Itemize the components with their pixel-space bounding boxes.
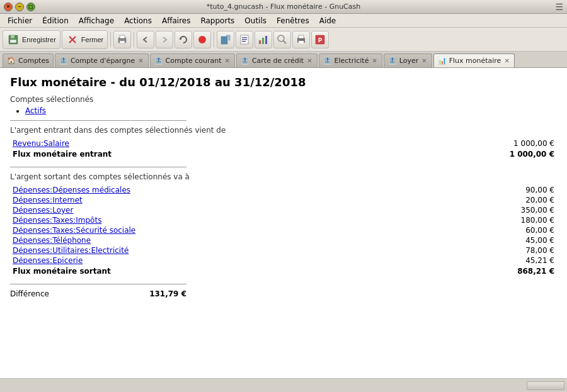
inflow-section: L'argent entrant dans des comptes sélect…	[10, 126, 557, 159]
stop-btn[interactable]	[193, 31, 211, 48]
difference-amount: 131,79 €	[149, 289, 186, 298]
close-label: Fermer	[81, 36, 103, 43]
close-window-btn[interactable]: ✕	[4, 3, 13, 11]
export-btn[interactable]	[217, 31, 234, 48]
print-btn[interactable]	[113, 31, 131, 48]
menu-affichage[interactable]: Affichage	[74, 15, 119, 26]
outflow-account-2[interactable]: Dépenses:Loyer	[10, 205, 494, 215]
outflow-account-6[interactable]: Dépenses:Utilitaires:Electricité	[10, 245, 494, 255]
outflow-account-7[interactable]: Dépenses:Epicerie	[10, 255, 494, 266]
outflow-amount-3: 180,00 €	[494, 215, 557, 225]
svg-rect-9	[221, 36, 227, 44]
save-button[interactable]: Enregistrer	[3, 30, 60, 49]
outflow-account-1[interactable]: Dépenses:Internet	[10, 195, 494, 205]
inflow-total-row: Flux monétaire entrant 1 000,00 €	[10, 148, 557, 159]
selected-account-link[interactable]: Actifs	[25, 106, 46, 115]
difference-row: Différence 131,79 €	[10, 289, 186, 298]
svg-rect-6	[120, 35, 125, 38]
chart-btn[interactable]	[255, 31, 272, 48]
tab-flux[interactable]: 📊 Flux monétaire ✕	[433, 53, 515, 67]
menu-edition[interactable]: Édition	[37, 15, 74, 26]
tab-loyer[interactable]: 🏦 Loyer ✕	[384, 53, 432, 67]
outflow-account-3[interactable]: Dépenses:Taxes:Impôts	[10, 215, 494, 225]
save-icon	[7, 33, 20, 46]
tab-comptes[interactable]: 🏠 Comptes	[3, 53, 54, 67]
outflow-desc: L'argent sortant des comptes sélectionné…	[10, 172, 557, 181]
scroll-indicator[interactable]	[527, 381, 564, 390]
divider-1	[10, 120, 186, 121]
export2-btn[interactable]: P	[311, 31, 329, 48]
svg-point-8	[198, 36, 206, 43]
tab-carte-icon: 🏦	[241, 57, 249, 65]
status-bar	[0, 378, 567, 392]
outflow-amount-0: 90,00 €	[494, 185, 557, 195]
menu-rapports[interactable]: Rapports	[195, 15, 239, 26]
table-row: Dépenses:Taxes:Impôts 180,00 €	[10, 215, 557, 225]
main-content: Flux monétaire - du 01/12/2018 au 31/12/…	[0, 68, 567, 378]
tab-electricite-close[interactable]: ✕	[371, 57, 377, 64]
tab-carte-close[interactable]: ✕	[306, 57, 312, 64]
table-row: Dépenses:Internet 20,00 €	[10, 195, 557, 205]
tab-carte-label: Carte de crédit	[252, 57, 304, 65]
report-btn[interactable]	[236, 31, 253, 48]
tab-epargne[interactable]: 🏦 Compte d'épargne ✕	[55, 53, 149, 67]
close-icon	[66, 33, 79, 46]
tab-flux-icon: 📊	[438, 57, 447, 65]
toolbar: Enregistrer Fermer	[0, 28, 567, 52]
tab-epargne-close[interactable]: ✕	[137, 57, 144, 64]
report-title: Flux monétaire - du 01/12/2018 au 31/12/…	[10, 76, 557, 89]
outflow-amount-4: 60,00 €	[494, 225, 557, 235]
table-row: Dépenses:Dépenses médicales 90,00 €	[10, 185, 557, 195]
menu-actions[interactable]: Actions	[119, 15, 157, 26]
tab-carte[interactable]: 🏦 Carte de crédit ✕	[236, 53, 318, 67]
tab-courant-close[interactable]: ✕	[224, 57, 231, 64]
menu-icon[interactable]: ☰	[555, 2, 563, 12]
menu-outils[interactable]: Outils	[239, 15, 272, 26]
printer-btn[interactable]	[292, 31, 310, 48]
tab-loyer-label: Loyer	[399, 57, 418, 65]
difference-label: Différence	[10, 289, 49, 298]
svg-line-18	[284, 41, 286, 43]
accounts-label: Comptes sélectionnés	[10, 95, 557, 104]
table-row: Dépenses:Epicerie 45,21 €	[10, 255, 557, 266]
svg-rect-13	[242, 41, 246, 42]
divider-2	[10, 167, 186, 167]
menu-aide[interactable]: Aide	[314, 15, 341, 26]
tab-courant[interactable]: 🏦 Compte courant ✕	[150, 53, 235, 67]
tab-electricite[interactable]: 🏦 Electricité ✕	[319, 53, 382, 67]
refresh-btn[interactable]	[175, 31, 192, 48]
outflow-account-4[interactable]: Dépenses:Taxes:Sécurité sociale	[10, 225, 494, 235]
tab-flux-close[interactable]: ✕	[503, 57, 510, 64]
outflow-amount-5: 45,00 €	[494, 235, 557, 245]
table-row: Dépenses:Loyer 350,00 €	[10, 205, 557, 215]
menu-bar: Fichier Édition Affichage Actions Affair…	[0, 14, 567, 28]
menu-affaires[interactable]: Affaires	[157, 15, 195, 26]
minimize-window-btn[interactable]: −	[15, 3, 24, 11]
table-row: Dépenses:Téléphone 45,00 €	[10, 235, 557, 245]
outflow-account-5[interactable]: Dépenses:Téléphone	[10, 235, 494, 245]
svg-rect-11	[242, 37, 247, 38]
toolbar-sep-3	[214, 32, 214, 47]
inflow-account-0[interactable]: Revenu:Salaire	[10, 138, 494, 148]
forward-btn[interactable]	[156, 31, 173, 48]
close-button[interactable]: Fermer	[62, 30, 108, 49]
svg-rect-2	[10, 40, 16, 43]
window-title: *tuto_4.gnucash - Flux monétaire - GnuCa…	[207, 3, 360, 11]
maximize-window-btn[interactable]: □	[26, 3, 35, 11]
outflow-account-0[interactable]: Dépenses:Dépenses médicales	[10, 185, 494, 195]
menu-fenetres[interactable]: Fenêtres	[272, 15, 314, 26]
toolbar-sep-2	[134, 32, 134, 47]
tab-loyer-close[interactable]: ✕	[421, 57, 427, 64]
svg-point-17	[278, 35, 284, 42]
menu-fichier[interactable]: Fichier	[3, 15, 37, 26]
search-btn[interactable]	[273, 31, 291, 48]
title-bar: ✕ − □ *tuto_4.gnucash - Flux monétaire -…	[0, 0, 567, 14]
outflow-amount-1: 20,00 €	[494, 195, 557, 205]
back-btn[interactable]	[137, 31, 154, 48]
svg-rect-21	[299, 41, 304, 43]
selected-accounts-list: Actifs	[10, 106, 557, 115]
tabs-bar: 🏠 Comptes 🏦 Compte d'épargne ✕ 🏦 Compte …	[0, 52, 567, 68]
outflow-amount-2: 350,00 €	[494, 205, 557, 215]
tab-epargne-label: Compte d'épargne	[71, 57, 135, 65]
title-bar-controls: ✕ − □	[4, 3, 35, 11]
